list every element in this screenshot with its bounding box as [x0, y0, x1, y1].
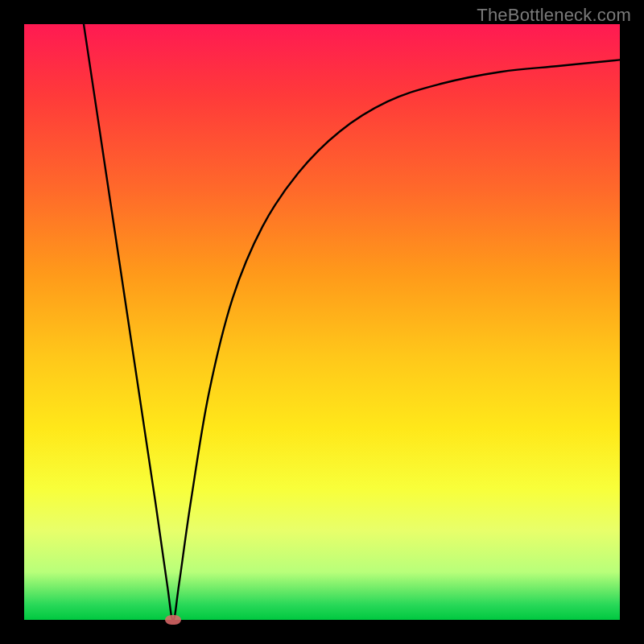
watermark-text: TheBottleneck.com [477, 5, 631, 26]
chart-frame: TheBottleneck.com [0, 0, 644, 644]
curve-path [84, 24, 620, 620]
bottleneck-curve [24, 24, 620, 620]
optimal-point-marker [165, 615, 181, 625]
plot-area [24, 24, 620, 620]
